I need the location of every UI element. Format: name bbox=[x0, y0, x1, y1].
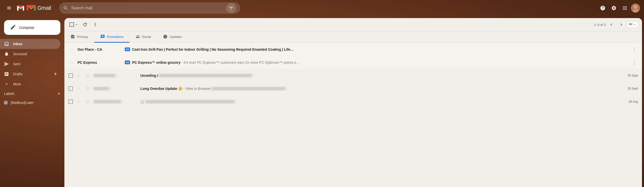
updates-tab-icon bbox=[163, 34, 168, 39]
email-sender: Sender Name bbox=[93, 74, 138, 78]
email-date: 29 Aug bbox=[623, 100, 638, 103]
select-checkbox-button[interactable] bbox=[68, 20, 79, 29]
search-filter-button[interactable] bbox=[226, 3, 236, 13]
drafts-count: 9 bbox=[55, 72, 56, 76]
email-sender: Li Sender bbox=[93, 87, 138, 91]
blurred-preview: blurred content here lorem ipsum dolor s… bbox=[212, 87, 286, 91]
email-subject-preview: PC Express™ online grocery - It's true! … bbox=[132, 60, 629, 65]
tab-primary[interactable]: Primary bbox=[64, 31, 94, 43]
compose-label: Compose bbox=[19, 26, 34, 30]
prev-page-button[interactable] bbox=[607, 20, 616, 29]
pagination-info: 1–3 of 3 bbox=[594, 20, 638, 29]
snooze-button[interactable] bbox=[84, 85, 91, 92]
blurred-subject: blurred subject and preview content lore… bbox=[146, 100, 235, 104]
table-row[interactable]: ☆ Li Sender Long Overdue Update 🙂 - View… bbox=[64, 82, 642, 95]
add-label-button[interactable]: + bbox=[57, 91, 60, 96]
email-toolbar: 1–3 of 3 bbox=[64, 18, 642, 31]
logo-area: Gmail bbox=[16, 4, 51, 13]
gmail-text-label: Gmail bbox=[37, 5, 51, 11]
star-button[interactable]: ☆ bbox=[68, 46, 75, 53]
email-panel: 1–3 of 3 bbox=[64, 18, 642, 187]
social-tab-icon bbox=[136, 34, 140, 39]
tab-updates[interactable]: Updates bbox=[157, 31, 188, 43]
label-item-mailbox-later[interactable]: [Mailbox]/Later bbox=[0, 98, 60, 107]
tab-social[interactable]: Social bbox=[130, 31, 157, 43]
sidebar-drafts-label: Drafts bbox=[13, 72, 22, 76]
svg-point-2 bbox=[634, 5, 637, 9]
select-all-checkbox[interactable] bbox=[69, 22, 74, 27]
label-mailbox-later-text: [Mailbox]/Later bbox=[11, 101, 34, 105]
search-bar bbox=[59, 2, 240, 14]
refresh-button[interactable] bbox=[80, 20, 90, 29]
ad-badge: Ad bbox=[125, 60, 130, 64]
avatar[interactable] bbox=[631, 4, 640, 13]
email-date: 26 Sept bbox=[623, 87, 638, 90]
sidebar-item-snoozed[interactable]: Snoozed bbox=[0, 49, 60, 59]
sidebar-item-more[interactable]: More bbox=[0, 79, 60, 89]
email-checkbox[interactable] bbox=[68, 86, 73, 91]
email-checkbox[interactable] bbox=[68, 99, 73, 104]
sidebar-more-label: More bbox=[13, 82, 21, 86]
email-tabs: Primary Promotions Social Updates bbox=[64, 31, 642, 43]
sidebar-item-inbox[interactable]: Inbox bbox=[0, 39, 60, 49]
labels-title: Labels bbox=[4, 92, 14, 96]
hamburger-button[interactable] bbox=[4, 3, 14, 13]
email-checkbox[interactable] bbox=[68, 73, 73, 78]
next-page-button[interactable] bbox=[617, 20, 626, 29]
inbox-icon bbox=[4, 41, 9, 46]
table-row[interactable]: ☆ Our Place - CA Ad Cast Iron Grill Pan … bbox=[64, 43, 642, 56]
more-toolbar-button[interactable] bbox=[91, 20, 100, 29]
star-button[interactable]: ☆ bbox=[75, 98, 82, 105]
drafts-icon bbox=[4, 72, 9, 77]
email-sender: Sp Sender Name bbox=[93, 100, 138, 104]
blurred-sender: Sender Name bbox=[93, 74, 115, 78]
cart-icon: 🛒 bbox=[140, 100, 145, 104]
table-row[interactable]: ☆ Sender Name Unveiling I blurred conten… bbox=[64, 69, 642, 82]
primary-tab-icon bbox=[70, 34, 75, 39]
labels-header: Labels + bbox=[0, 89, 64, 98]
email-preview: - View in Browser bbox=[183, 87, 212, 91]
sidebar-item-drafts[interactable]: Drafts 9 bbox=[0, 69, 60, 79]
star-button[interactable]: ☆ bbox=[75, 72, 82, 79]
snooze-button[interactable] bbox=[84, 72, 91, 79]
table-row[interactable]: ☆ PC Express Ad PC Express™ online groce… bbox=[64, 56, 642, 69]
email-sender: PC Express bbox=[77, 60, 123, 65]
blurred-sender: Sp Sender Name bbox=[93, 100, 121, 104]
tab-primary-label: Primary bbox=[77, 35, 88, 39]
search-input[interactable] bbox=[71, 6, 223, 10]
view-toggle-button[interactable] bbox=[627, 21, 638, 28]
promotions-tab-icon bbox=[100, 34, 105, 39]
email-subject: Unveiling I bbox=[140, 74, 158, 78]
help-button[interactable] bbox=[598, 3, 608, 13]
email-more-button[interactable]: ⋮ bbox=[631, 59, 638, 66]
star-button[interactable]: ☆ bbox=[68, 59, 75, 66]
label-dot-icon bbox=[4, 101, 8, 104]
email-list: ☆ Our Place - CA Ad Cast Iron Grill Pan … bbox=[64, 43, 642, 187]
main-layout: Compose Inbox Snoozed bbox=[0, 16, 644, 187]
sidebar-item-sent[interactable]: Sent bbox=[0, 59, 60, 69]
sidebar-inbox-label: Inbox bbox=[13, 42, 22, 46]
sidebar: Compose Inbox Snoozed bbox=[0, 16, 64, 187]
blurred-sender: Li Sender bbox=[93, 87, 109, 91]
settings-button[interactable] bbox=[609, 3, 619, 13]
tab-promotions[interactable]: Promotions bbox=[94, 31, 130, 43]
tab-updates-label: Updates bbox=[170, 35, 182, 39]
ad-badge: Ad bbox=[125, 47, 130, 51]
email-more-button[interactable]: ⋮ bbox=[631, 46, 638, 53]
sent-icon bbox=[4, 61, 9, 67]
compose-button[interactable]: Compose bbox=[4, 20, 60, 35]
snoozed-icon bbox=[4, 51, 9, 56]
gmail-m-logo bbox=[26, 4, 36, 12]
more-nav-icon bbox=[4, 82, 9, 87]
blurred-preview: blurred content here lorem ipsum dolor s… bbox=[159, 74, 252, 78]
apps-button[interactable] bbox=[620, 3, 630, 13]
pagination-text: 1–3 of 3 bbox=[594, 23, 606, 27]
star-button[interactable]: ☆ bbox=[75, 85, 82, 92]
tab-promotions-label: Promotions bbox=[107, 35, 124, 39]
email-subject: Cast Iron Grill Pan | Perfect for Indoor… bbox=[132, 47, 294, 51]
email-subject-preview: Unveiling I blurred content here lorem i… bbox=[140, 74, 621, 78]
top-bar-right bbox=[598, 3, 640, 13]
view-dropdown-icon bbox=[633, 23, 636, 26]
snooze-button[interactable] bbox=[84, 98, 91, 105]
table-row[interactable]: ☆ Sp Sender Name 🛒 blurred subject and p… bbox=[64, 95, 642, 108]
